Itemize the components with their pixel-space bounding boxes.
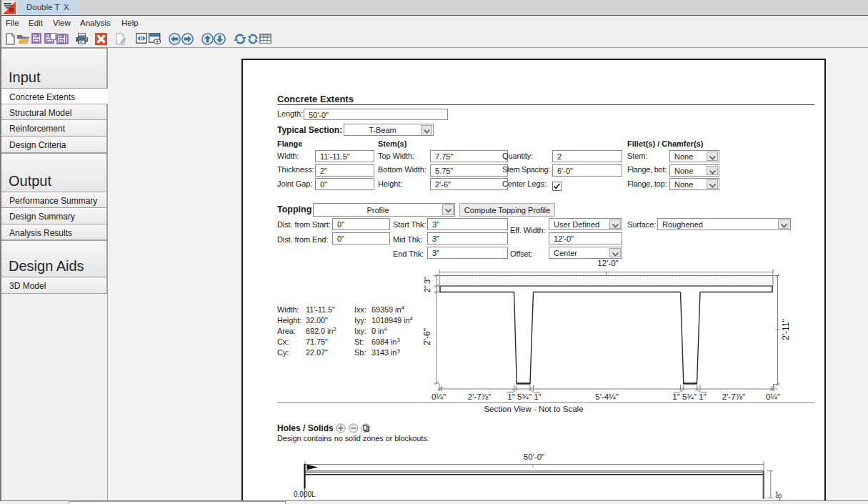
svg-text:Section View - Not to Scale: Section View - Not to Scale	[484, 405, 583, 413]
svg-text:12'-0": 12'-0"	[597, 259, 618, 267]
svg-text:1" 5¾" 1": 1" 5¾" 1"	[672, 392, 706, 401]
svg-text:2": 2"	[423, 285, 431, 292]
svg-text:5'-4¼": 5'-4¼"	[595, 392, 619, 401]
svg-text:2'-11": 2'-11"	[781, 319, 791, 340]
svg-text:50'-0": 50'-0"	[524, 453, 544, 461]
svg-text:B: B	[9, 6, 14, 14]
svg-text:2'-6": 2'-6"	[422, 328, 432, 345]
svg-text:2'-7⅞": 2'-7⅞"	[468, 392, 492, 401]
svg-text:0.000L: 0.000L	[294, 490, 316, 498]
svg-text:3": 3"	[423, 277, 431, 284]
svg-text:2'-8": 2'-8"	[774, 491, 783, 500]
svg-text:2'-7⅞": 2'-7⅞"	[722, 392, 746, 401]
svg-text:0¼": 0¼"	[766, 392, 780, 401]
svg-text:1" 5¾" 1": 1" 5¾" 1"	[507, 392, 541, 401]
svg-text:0¼": 0¼"	[431, 392, 446, 401]
